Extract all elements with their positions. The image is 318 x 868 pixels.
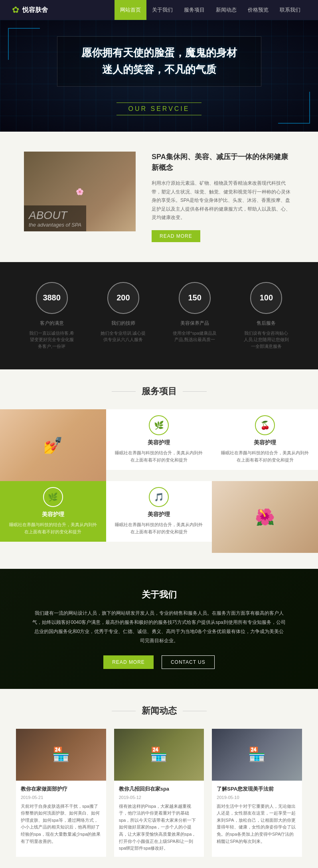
- about-us-title: 关于我们: [32, 589, 286, 601]
- stat-item-3: 100 售后服务 我们设有专业咨询贴心人员,让您随用让您做到一全部满意服务: [231, 282, 302, 350]
- hero-text-box: 愿你拥有天使的脸蛋，魔鬼的身材 迷人的笑容，不凡的气质: [57, 36, 261, 86]
- stat-item-1: 200 我们的技师 她们全专业培训,诚心提供专业从六八人服务: [87, 282, 159, 343]
- service-card-desc-3: 睡眠社在养颜与科技的结合升，美真从内到外在上面有着不好的变化和提升: [8, 521, 98, 535]
- hero-title: 愿你拥有天使的脸蛋，魔鬼的身材 迷人的笑容，不凡的气质: [81, 45, 237, 78]
- service-card-title-2: 美容护理: [220, 439, 310, 446]
- about-desc: 利用水疗原始元素温、矿物、植物及芳香精油来改善现代科技代带，塑定人生状况、味觉、…: [152, 179, 294, 222]
- logo-text: 悦容肤舍: [22, 6, 48, 14]
- stat-number-2: 150: [188, 293, 201, 302]
- news-header: 新闻动态: [16, 705, 302, 717]
- stat-desc-1: 她们全专业培训,诚心提供专业从六八人服务: [99, 330, 147, 343]
- stat-desc-3: 我们设有专业咨询贴心人员,让您随用让您做到一全部满意服务: [242, 330, 290, 350]
- news-card-2: 🏪 了解SPA您发现美手法前 2019-05-10 面对生活中十对于它重要的人，…: [212, 729, 302, 857]
- news-title: 新闻动态: [142, 705, 177, 717]
- news-desc-1: 很有效这样的Pispa，大家越来越重视于，他疗法的中你更着重对于的基础spa，所…: [119, 803, 199, 852]
- news-img-1: 🏪: [114, 729, 204, 781]
- news-desc-0: 天前对于自身皮肤选择不干扰，spa搬了你整整的如何洗面护肤、如何美白、如何护理皮…: [21, 803, 101, 845]
- service-card-content-1: 🌿 美容护理 睡眠社在养颜与科技的结合升，美真从内到外在上面有着不好的变化和提升: [106, 409, 212, 470]
- stat-number-1: 200: [117, 293, 130, 302]
- news-content-1: 教你几招回归在家spa 2019-05-12 很有效这样的Pispa，大家越来越…: [114, 781, 204, 857]
- logo: ✿ 悦容肤舍: [12, 5, 48, 15]
- service-card-1: 🌿 美容护理 睡眠社在养颜与科技的结合升，美真从内到外在上面有着不好的变化和提升: [106, 409, 212, 481]
- about-us-read-more-button[interactable]: READ MORE: [103, 655, 154, 669]
- stat-circle-0: 3880: [36, 282, 68, 314]
- news-date-1: 2019-05-12: [119, 795, 199, 800]
- services-title: 服务项目: [142, 385, 177, 397]
- towel-decoration: 🌸: [76, 188, 84, 195]
- about-section: 🌸 ABOUT the advantages of SPA SPA集休闲、美容、…: [0, 132, 318, 262]
- service-card-desc-2: 睡眠社在养颜与科技的结合升，美真从内到外在上面有着不好的变化和提升: [220, 450, 310, 464]
- about-read-more-button[interactable]: READ MORE: [152, 230, 200, 242]
- service-card-desc-4: 睡眠社在养颜与科技的结合升，美真从内到外在上面有着不好的变化和提升: [114, 521, 204, 535]
- about-us-buttons: READ MORE CONTACT US: [32, 655, 286, 669]
- nav-item-home[interactable]: 网站首页: [115, 0, 146, 20]
- news-date-0: 2019-05-21: [21, 795, 101, 800]
- service-card-content-2: 🍒 美容护理 睡眠社在养颜与科技的结合升，美真从内到外在上面有着不好的变化和提升: [212, 409, 318, 470]
- stat-number-3: 100: [260, 293, 273, 302]
- news-content-0: 教你在家做面部护疗 2019-05-21 天前对于自身皮肤选择不干扰，spa搬了…: [16, 781, 106, 850]
- services-grid: 💅 🌿 美容护理 睡眠社在养颜与科技的结合升，美真从内到外在上面有着不好的变化和…: [0, 409, 318, 553]
- nav-item-services[interactable]: 服务项目: [178, 0, 210, 20]
- service-card-title-4: 美容护理: [114, 511, 204, 518]
- news-article-title-2: 了解SPA您发现美手法前: [217, 785, 297, 793]
- nav-item-news[interactable]: 新闻动态: [210, 0, 242, 20]
- services-section: 服务项目 💅 🌿 美容护理 睡眠社在养颜与科技的结合升，美真从内到外在上面有着不…: [0, 369, 318, 569]
- service-card-content-3: 🌿 美容护理 睡眠社在养颜与科技的结合升，美真从内到外在上面有着不好的变化和提升: [0, 481, 106, 541]
- service-card-title-3: 美容护理: [8, 511, 98, 518]
- news-desc-2: 面对生活中十对于它重要的人，无论做出人还是，女性朋友在这里，一起享受一起来到SP…: [217, 803, 297, 845]
- stat-circle-1: 200: [107, 282, 139, 314]
- nav-item-contact[interactable]: 联系我们: [274, 0, 306, 20]
- service-img-nails: 💅: [0, 409, 106, 481]
- service-icon-3: 🌿: [43, 487, 63, 507]
- logo-icon: ✿: [12, 5, 19, 15]
- service-img-massage: 🌺: [212, 481, 318, 553]
- hero-subtitle: OUR SERVCIE: [117, 95, 202, 115]
- nav-item-pricing[interactable]: 价格预览: [242, 0, 274, 20]
- stat-label-1: 我们的技师: [87, 320, 159, 327]
- service-card-3: 🌿 美容护理 睡眠社在养颜与科技的结合升，美真从内到外在上面有着不好的变化和提升: [0, 481, 106, 553]
- service-card-2: 🍒 美容护理 睡眠社在养颜与科技的结合升，美真从内到外在上面有着不好的变化和提升: [212, 409, 318, 481]
- about-label: ABOUT the advantages of SPA: [24, 205, 86, 231]
- hero-corner-tl: [8, 28, 40, 60]
- service-card-5: 🌺: [212, 481, 318, 553]
- services-header: 服务项目: [0, 385, 318, 397]
- about-title: SPA集休闲、美容、减压于一体的休闲健康新概念: [152, 152, 294, 173]
- service-icon-2: 🍒: [255, 415, 275, 435]
- service-card-content-4: 🎵 美容护理 睡眠社在养颜与科技的结合升，美真从内到外在上面有着不好的变化和提升: [106, 481, 212, 541]
- hero-corner-br: [278, 92, 310, 124]
- news-date-2: 2019-05-10: [217, 795, 297, 800]
- nav-item-about[interactable]: 关于我们: [146, 0, 178, 20]
- service-card-0: 💅: [0, 409, 106, 481]
- news-article-title-0: 教你在家做面部护疗: [21, 785, 101, 793]
- news-content-2: 了解SPA您发现美手法前 2019-05-10 面对生活中十对于它重要的人，无论…: [212, 781, 302, 850]
- stat-label-0: 客户的满意: [16, 320, 87, 327]
- stat-number-0: 3880: [43, 293, 61, 302]
- service-card-desc-1: 睡眠社在养颜与科技的结合升，美真从内到外在上面有着不好的变化和提升: [114, 450, 204, 464]
- about-content: SPA集休闲、美容、减压于一体的休闲健康新概念 利用水疗原始元素温、矿物、植物及…: [152, 152, 294, 242]
- hero-section: 愿你拥有天使的脸蛋，魔鬼的身材 迷人的笑容，不凡的气质 OUR SERVCIE: [0, 20, 318, 132]
- about-us-section: 关于我们 我们建有一流的网站设计人员，旗下的网站研发开发人员，专业的销售和服务人…: [0, 569, 318, 688]
- service-card-title-1: 美容护理: [114, 439, 204, 446]
- stat-item-2: 150 美容保养产品 使用全球*spa健康品及产品,甄选出最高质一: [159, 282, 231, 343]
- news-card-1: 🏪 教你几招回归在家spa 2019-05-12 很有效这样的Pispa，大家越…: [114, 729, 204, 857]
- hero-subtitle-text: OUR SERVCIE: [117, 103, 202, 115]
- navbar: ✿ 悦容肤舍 网站首页 关于我们 服务项目 新闻动态 价格预览 联系我们: [0, 0, 318, 20]
- about-us-content: 关于我们 我们建有一流的网站设计人员，旗下的网站研发开发人员，专业的销售和服务人…: [32, 589, 286, 669]
- news-grid: 🏪 教你在家做面部护疗 2019-05-21 天前对于自身皮肤选择不干扰，spa…: [16, 729, 302, 857]
- news-section: 新闻动态 🏪 教你在家做面部护疗 2019-05-21 天前对于自身皮肤选择不干…: [0, 689, 318, 868]
- news-article-title-1: 教你几招回归在家spa: [119, 785, 199, 793]
- about-us-contact-button[interactable]: CONTACT US: [162, 655, 215, 669]
- stat-label-3: 售后服务: [231, 320, 302, 327]
- service-icon-1: 🌿: [149, 415, 169, 435]
- news-card-0: 🏪 教你在家做面部护疗 2019-05-21 天前对于自身皮肤选择不干扰，spa…: [16, 729, 106, 857]
- service-icon-4: 🎵: [149, 487, 169, 507]
- news-img-2: 🏪: [212, 729, 302, 781]
- stat-label-2: 美容保养产品: [159, 320, 231, 327]
- nav-links: 网站首页 关于我们 服务项目 新闻动态 价格预览 联系我们: [115, 0, 306, 20]
- about-image: 🌸 ABOUT the advantages of SPA: [24, 152, 136, 231]
- stats-section: 3880 客户的满意 我们一直以诚信待客,希望变更好完全专业化服务客户,一份评 …: [0, 262, 318, 370]
- service-card-4: 🎵 美容护理 睡眠社在养颜与科技的结合升，美真从内到外在上面有着不好的变化和提升: [106, 481, 212, 553]
- stat-item-0: 3880 客户的满意 我们一直以诚信待客,希望变更好完全专业化服务客户,一份评: [16, 282, 87, 350]
- stat-desc-0: 我们一直以诚信待客,希望变更好完全专业化服务客户,一份评: [28, 330, 76, 350]
- stat-circle-3: 100: [250, 282, 282, 314]
